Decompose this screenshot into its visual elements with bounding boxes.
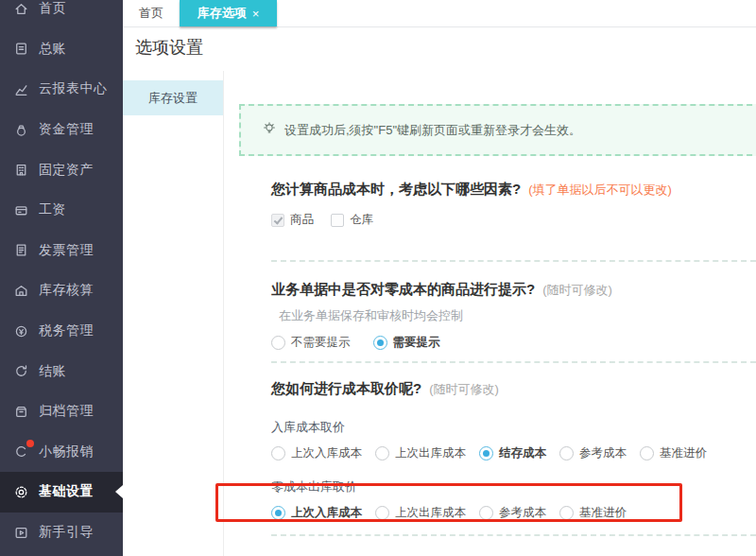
- main-area: 首页 库存选项 × 选项设置 库存设置 设置成功后,须按"F5"键刷新页面或重新…: [123, 0, 756, 556]
- sidebar-item-home[interactable]: 首页: [0, 0, 123, 29]
- question-text: 您计算商品成本时，考虑以下哪些因素?: [271, 181, 521, 197]
- radio-base-price[interactable]: [640, 446, 654, 460]
- sidebar-item-invoice-management[interactable]: 发票管理: [0, 231, 123, 271]
- sidebar-item-xiaochang-reimburse[interactable]: 小畅报销: [0, 432, 123, 473]
- cloud-report-icon: [13, 81, 29, 97]
- radio-label: 上次出库成本: [395, 445, 466, 461]
- inventory-icon: [13, 283, 29, 299]
- question-hint: 在业务单据保存和审核时均会控制: [279, 307, 756, 324]
- sidebar-item-general-ledger[interactable]: 总账: [0, 29, 123, 70]
- sidebar-item-basic-settings[interactable]: 基础设置: [0, 472, 123, 513]
- group-label-inbound-cost: 入库成本取价: [271, 419, 756, 436]
- radio-option-no-prompt[interactable]: 不需要提示: [271, 335, 351, 351]
- radio-option-base-price-2[interactable]: 基准进价: [559, 505, 627, 521]
- tab-home-label: 首页: [139, 5, 163, 22]
- checkbox-goods[interactable]: [271, 214, 284, 227]
- radio-label: 不需要提示: [291, 335, 351, 351]
- radio-last-outbound-cost-2[interactable]: [375, 506, 389, 520]
- tab-home[interactable]: 首页: [123, 0, 180, 26]
- ledger-icon: [13, 41, 29, 57]
- tab-close-icon[interactable]: ×: [252, 8, 260, 20]
- radio-balance-cost[interactable]: [479, 446, 493, 460]
- subnav-item-inventory-settings[interactable]: 库存设置: [123, 80, 223, 115]
- radio-group-zero-cost-outbound: 上次入库成本 上次出库成本 参考成本 基准进价: [271, 505, 756, 521]
- section-cost-pricing: 您如何进行成本取价呢?(随时可修改) 入库成本取价 上次入库成本 上次出库成本 …: [271, 380, 756, 521]
- sidebar: 首页 总账 云报表中心 资金管理 固定资产: [0, 0, 123, 556]
- sidebar-item-beginner-guide[interactable]: 新手引导: [0, 513, 123, 553]
- radio-option-reference-cost-2[interactable]: 参考成本: [479, 505, 546, 521]
- sidebar-item-label: 固定资产: [39, 162, 94, 179]
- radio-option-balance-cost[interactable]: 结存成本: [479, 445, 546, 461]
- tab-bar: 首页 库存选项 ×: [123, 0, 756, 27]
- lightbulb-icon: [262, 121, 277, 139]
- selected-item-notch: [115, 485, 123, 498]
- sidebar-item-label: 基础设置: [39, 483, 94, 500]
- checkbox-group-cost-factors: 商品 仓库: [271, 212, 756, 228]
- settings-gear-icon: [13, 484, 29, 500]
- section-cost-factors: 您计算商品成本时，考虑以下哪些因素?(填了单据以后不可以更改) 商品 仓库: [271, 181, 756, 228]
- sub-navigation: 库存设置: [123, 71, 224, 556]
- home-icon: [13, 1, 29, 17]
- radio-label: 基准进价: [660, 445, 707, 461]
- page-title: 选项设置: [135, 36, 203, 59]
- sidebar-item-closing[interactable]: 结账: [0, 351, 123, 391]
- question-text: 业务单据中是否对零成本的商品进行提示?: [271, 281, 535, 297]
- radio-label: 需要提示: [393, 335, 440, 351]
- subnav-item-label: 库存设置: [148, 90, 198, 107]
- question-note-gray: (随时可修改): [542, 283, 612, 297]
- radio-label: 上次入库成本: [291, 505, 362, 521]
- radio-group-zero-cost-prompt: 不需要提示 需要提示: [271, 335, 756, 351]
- radio-option-base-price[interactable]: 基准进价: [640, 445, 707, 461]
- sidebar-item-label: 工资: [39, 201, 66, 218]
- sidebar-item-label: 发票管理: [39, 242, 94, 259]
- tax-icon: [13, 323, 29, 339]
- checkbox-option-warehouse[interactable]: 仓库: [331, 212, 373, 228]
- sidebar-item-label: 新手引导: [39, 524, 94, 541]
- radio-label: 参考成本: [499, 505, 546, 521]
- radio-option-last-inbound-cost[interactable]: 上次入库成本: [271, 445, 362, 461]
- radio-reference-cost[interactable]: [559, 446, 574, 460]
- sidebar-item-inventory-accounting[interactable]: 库存核算: [0, 270, 123, 311]
- radio-group-inbound-cost: 上次入库成本 上次出库成本 结存成本 参考成本 基准进价: [271, 445, 756, 461]
- question-title: 业务单据中是否对零成本的商品进行提示?(随时可修改): [271, 281, 756, 299]
- radio-label: 结存成本: [499, 445, 546, 461]
- sidebar-menu: 首页 总账 云报表中心 资金管理 固定资产: [0, 0, 123, 552]
- radio-no-prompt[interactable]: [271, 336, 285, 350]
- radio-option-last-outbound-cost-2[interactable]: 上次出库成本: [375, 505, 466, 521]
- radio-reference-cost-2[interactable]: [479, 506, 493, 520]
- settings-content: 设置成功后,须按"F5"键刷新页面或重新登录才会生效。 您计算商品成本时，考虑以…: [239, 71, 756, 556]
- sidebar-item-funds-management[interactable]: 资金管理: [0, 110, 123, 150]
- notification-dot: [26, 440, 34, 447]
- radio-base-price-2[interactable]: [559, 506, 574, 520]
- radio-option-need-prompt[interactable]: 需要提示: [373, 335, 440, 351]
- sidebar-item-salary[interactable]: 工资: [0, 190, 123, 231]
- question-text: 您如何进行成本取价呢?: [271, 380, 421, 396]
- sidebar-item-tax-management[interactable]: 税务管理: [0, 311, 123, 352]
- sidebar-item-label: 小畅报销: [39, 443, 94, 460]
- sidebar-item-label: 库存核算: [39, 282, 94, 299]
- invoice-icon: [13, 242, 29, 258]
- radio-last-outbound-cost[interactable]: [375, 446, 389, 460]
- guide-icon: [13, 525, 29, 541]
- section-divider: [271, 534, 756, 536]
- section-divider: [271, 361, 756, 363]
- notice-text: 设置成功后,须按"F5"键刷新页面或重新登录才会生效。: [284, 122, 581, 139]
- tab-inventory-options[interactable]: 库存选项 ×: [180, 0, 277, 26]
- radio-option-last-inbound-cost-2[interactable]: 上次入库成本: [271, 505, 362, 521]
- checkbox-warehouse[interactable]: [331, 214, 344, 227]
- sidebar-item-archive-management[interactable]: 归档管理: [0, 391, 123, 432]
- sidebar-item-label: 总账: [39, 41, 66, 58]
- radio-need-prompt[interactable]: [373, 336, 387, 350]
- radio-option-reference-cost[interactable]: 参考成本: [559, 445, 627, 461]
- radio-last-inbound-cost-2[interactable]: [271, 506, 285, 520]
- checkbox-option-goods[interactable]: 商品: [271, 212, 314, 228]
- radio-last-inbound-cost[interactable]: [271, 446, 285, 460]
- radio-option-last-outbound-cost[interactable]: 上次出库成本: [375, 445, 466, 461]
- sidebar-item-label: 资金管理: [39, 121, 94, 138]
- question-title: 您如何进行成本取价呢?(随时可修改): [271, 380, 756, 398]
- radio-label: 基准进价: [579, 505, 627, 521]
- refresh-notice-banner: 设置成功后,须按"F5"键刷新页面或重新登录才会生效。: [239, 104, 756, 156]
- sidebar-item-fixed-assets[interactable]: 固定资产: [0, 149, 123, 190]
- section-divider: [271, 260, 756, 262]
- sidebar-item-cloud-report-center[interactable]: 云报表中心: [0, 69, 123, 110]
